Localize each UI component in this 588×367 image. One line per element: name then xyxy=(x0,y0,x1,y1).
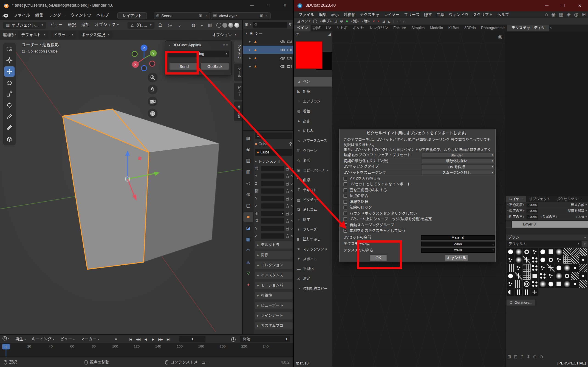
pin-icon[interactable] xyxy=(289,142,292,147)
workspace-tab-layout[interactable]: レイアウト xyxy=(117,12,147,19)
get-more-button[interactable]: ↥ Get more... xyxy=(507,300,536,306)
timeline-menu-item[interactable]: 再生 xyxy=(13,336,29,342)
room-tab[interactable]: Photogramme xyxy=(478,25,507,31)
menu-item[interactable]: ウィンドウ xyxy=(68,13,94,19)
animate-dot[interactable] xyxy=(291,213,292,215)
maximize-button[interactable]: □ xyxy=(555,0,571,11)
brush-thumbnail[interactable] xyxy=(515,272,522,280)
hide-eye-icon[interactable] xyxy=(280,65,285,68)
tool-item[interactable]: ◒ 隠す xyxy=(294,215,332,225)
transport-button[interactable]: ▶ xyxy=(149,337,157,341)
menu-item[interactable]: 隠す xyxy=(422,12,434,17)
dock-icon-minus[interactable]: ⊖ xyxy=(539,354,543,359)
menu-item[interactable]: 編集 xyxy=(317,12,329,17)
tool-item[interactable]: ▬ 平坦化 xyxy=(294,264,332,274)
brush-thumbnail[interactable] xyxy=(547,264,554,272)
value-field[interactable]: ▾ xyxy=(261,203,284,209)
texture-width-input[interactable]: 2048 ▴▾ xyxy=(421,241,494,246)
hide-eye-icon[interactable] xyxy=(280,48,285,52)
shading-material-icon[interactable] xyxy=(228,23,233,27)
room-tab[interactable]: ペイン xyxy=(294,25,311,31)
tool-item[interactable]: ▲ 高さ xyxy=(294,116,332,126)
animate-dot[interactable] xyxy=(291,190,292,192)
brush-thumbnail[interactable] xyxy=(547,256,554,264)
brush-thumbnail[interactable] xyxy=(579,256,587,264)
transport-button[interactable]: |◀ xyxy=(127,337,134,341)
brush-thumbnail[interactable] xyxy=(539,264,546,272)
checkbox[interactable] xyxy=(344,211,347,215)
shading-solid-icon[interactable] xyxy=(222,23,227,27)
depth-value[interactable]: 100% xyxy=(527,209,538,213)
panel-grip-icon[interactable]: ≡≡ xyxy=(223,43,228,48)
send-button[interactable]: Send xyxy=(169,63,199,70)
properties-tab[interactable]: ◕ xyxy=(243,279,253,290)
panel-menu-icon[interactable]: ⋯ xyxy=(582,235,586,240)
brush-thumbnail[interactable] xyxy=(563,272,571,280)
brush-thumbnail[interactable] xyxy=(523,256,530,264)
tool-item[interactable]: ∗ フリーズ xyxy=(294,225,332,234)
brush-thumbnail[interactable] xyxy=(523,264,530,272)
section-header[interactable]: ▸ ビューポート xyxy=(255,302,292,309)
collapse-icon[interactable]: ⌄ xyxy=(168,43,171,47)
maximize-button[interactable]: □ xyxy=(260,0,277,11)
quick-access-icon[interactable]: ⌂ xyxy=(545,12,548,17)
menu-item[interactable]: 表示 xyxy=(329,12,341,17)
filter-icon[interactable]: ∇ xyxy=(289,23,292,27)
quick-access-icon[interactable]: ◉ xyxy=(551,12,556,17)
properties-tab[interactable]: ▤ xyxy=(243,156,253,166)
brush-thumbnail[interactable] xyxy=(563,248,571,256)
lock-icon[interactable] xyxy=(285,189,289,193)
brush-thumbnail[interactable] xyxy=(507,280,514,288)
properties-tab[interactable]: ▥ xyxy=(243,167,253,177)
zoom-button[interactable] xyxy=(148,73,157,82)
option-dropdown[interactable]: Blender xyxy=(421,153,494,158)
option-dropdown[interactable]: 細分化しない xyxy=(421,158,494,163)
symmetry-icon[interactable]: Ω xyxy=(334,19,337,24)
room-tab[interactable]: ポケセ xyxy=(350,25,367,31)
brush-thumbnail[interactable] xyxy=(539,280,546,288)
outliner-object-row[interactable]: ▸ ▲ xyxy=(243,37,293,46)
room-tab[interactable]: レンダリン xyxy=(367,25,391,31)
cube-object[interactable] xyxy=(63,109,219,269)
scene-new-icon[interactable]: ▣ xyxy=(199,14,202,18)
value-field[interactable]: ▾ xyxy=(261,218,284,224)
tool-item[interactable]: ◇ 変形 xyxy=(294,156,332,165)
use-preview-range-icon[interactable] xyxy=(231,336,236,342)
tool-item[interactable]: ▼ スポイト xyxy=(294,254,332,264)
primary-color-swatch[interactable] xyxy=(296,41,323,69)
section-header[interactable]: ▸ 関係 xyxy=(255,251,292,259)
blend-mode-dropdown[interactable]: 通常合成 xyxy=(571,203,588,207)
value-field[interactable]: ▾ xyxy=(261,196,284,201)
tool-item[interactable]: ★ マジックワンド xyxy=(294,244,332,254)
no-falloff-icon[interactable]: ⊘ xyxy=(340,19,343,24)
menu-item[interactable]: 曲線 xyxy=(434,12,447,17)
clear-icon[interactable]: × xyxy=(372,19,375,24)
record-button[interactable]: ● xyxy=(115,336,117,342)
brush-preset-dropdown[interactable]: デフォルト xyxy=(507,241,581,247)
texture-editor-canvas[interactable] xyxy=(506,31,588,196)
tool-item[interactable]: ◑ 位相対称コピー xyxy=(294,284,332,293)
expand-icon[interactable]: ▸ xyxy=(248,40,252,44)
brush-thumbnail[interactable] xyxy=(555,264,562,272)
dock-tab[interactable]: ボクセルツリー xyxy=(553,196,584,202)
properties-tab[interactable]: ▽ xyxy=(243,268,253,278)
display-mode-icon[interactable]: ▣ xyxy=(245,23,248,27)
camera-view-button[interactable] xyxy=(148,97,157,106)
editor-type-dropdown[interactable]: ▾ xyxy=(2,336,9,341)
transport-button[interactable]: ▶| xyxy=(164,337,172,341)
orientation-dropdown[interactable]: ∠ グロ... xyxy=(128,22,155,29)
brush-thumbnail[interactable] xyxy=(523,248,530,256)
scene-unlink-icon[interactable]: × xyxy=(205,14,208,18)
decrease-control[interactable]: ◂減▸ xyxy=(351,19,359,24)
current-frame-line[interactable] xyxy=(6,349,6,357)
shading-rendered-icon[interactable] xyxy=(234,23,239,27)
brush-thumbnail[interactable] xyxy=(515,256,522,264)
brush-thumbnail[interactable] xyxy=(507,264,514,272)
brush-thumbnail[interactable] xyxy=(531,288,538,296)
options-dropdown[interactable]: オプション xyxy=(209,31,239,38)
brush-thumbnail[interactable] xyxy=(555,280,562,288)
opacity-value[interactable]: 100% xyxy=(527,203,538,207)
brush-thumbnail[interactable] xyxy=(515,288,522,296)
properties-tab[interactable]: ◉ xyxy=(243,144,253,155)
brush-thumbnail[interactable] xyxy=(563,280,571,288)
